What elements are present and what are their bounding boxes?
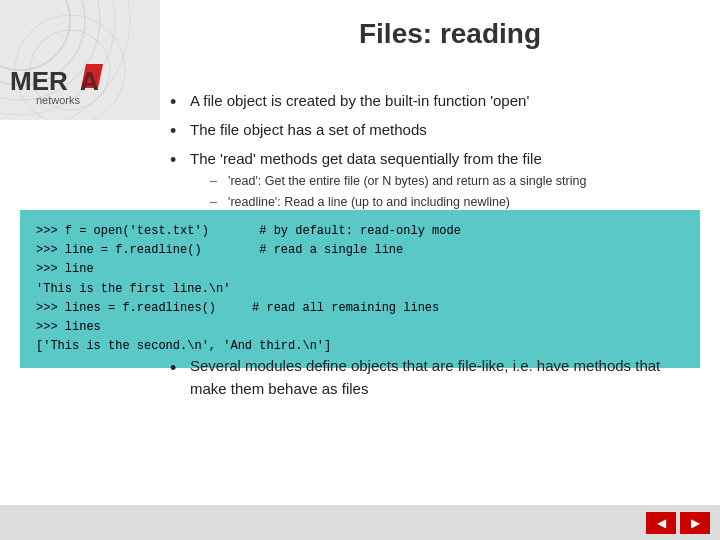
slide-container: MER A A networks Files: reading A file o… <box>0 0 720 540</box>
code-line-1: >>> f = open('test.txt') # by default: r… <box>36 222 684 241</box>
code-line-5: >>> lines = f.readlines() # read all rem… <box>36 299 684 318</box>
code-line-4: 'This is the first line.\n' <box>36 280 684 299</box>
svg-text:MER: MER <box>10 66 68 96</box>
code-line-7: ['This is the second.\n', 'And third.\n'… <box>36 337 684 356</box>
sub-bullet-1: 'read': Get the entire file (or N bytes)… <box>210 173 690 191</box>
next-button[interactable]: ▶ <box>680 512 710 534</box>
sub-bullet-2: 'readline': Read a line (up to and inclu… <box>210 194 690 212</box>
bullet-item-2: The file object has a set of methods <box>170 119 690 140</box>
bottom-bullet: Several modules define objects that are … <box>170 355 690 400</box>
prev-button[interactable]: ◀ <box>646 512 676 534</box>
svg-text:networks: networks <box>36 94 81 106</box>
bottom-content: Several modules define objects that are … <box>170 355 690 400</box>
code-block: >>> f = open('test.txt') # by default: r… <box>20 210 700 368</box>
code-line-2: >>> line = f.readline() # read a single … <box>36 241 684 260</box>
slide-title: Files: reading <box>200 18 700 50</box>
code-line-3: >>> line <box>36 260 684 279</box>
code-line-6: >>> lines <box>36 318 684 337</box>
company-logo: MER A A networks <box>8 60 118 112</box>
bottom-bar: ◀ ▶ <box>0 505 720 540</box>
logo-area: MER A A networks <box>0 0 160 120</box>
bullet-item-1: A file object is created by the built-in… <box>170 90 690 111</box>
svg-text:A: A <box>80 66 99 96</box>
